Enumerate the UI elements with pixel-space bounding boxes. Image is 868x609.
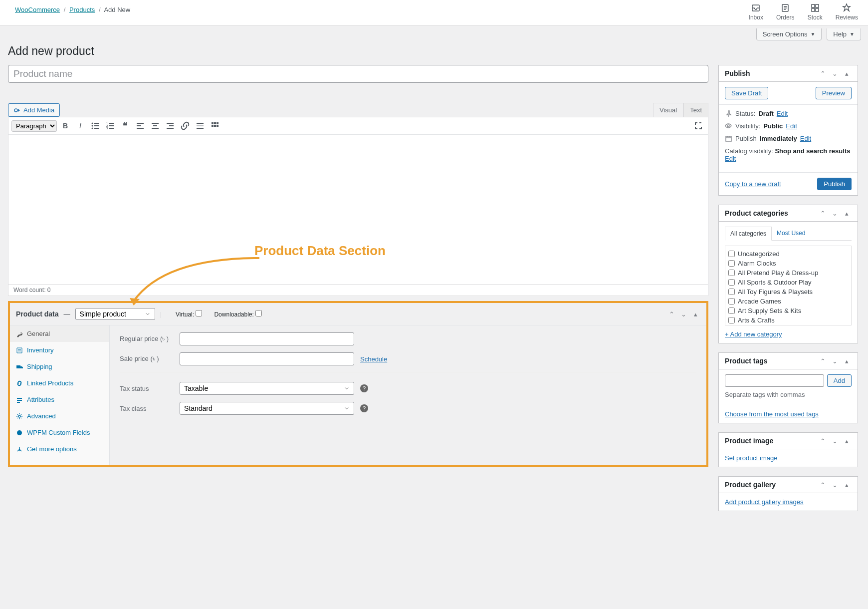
svg-rect-44 (726, 136, 731, 141)
edit-visibility-link[interactable]: Edit (786, 122, 797, 130)
all-categories-tab[interactable]: All categories (725, 227, 772, 241)
tab-attributes[interactable]: Attributes (10, 391, 109, 408)
add-gallery-link[interactable]: Add product gallery images (725, 498, 804, 506)
category-item[interactable]: Art Supply Sets & Kits (728, 306, 848, 315)
save-draft-button[interactable]: Save Draft (725, 87, 768, 99)
move-down-icon[interactable]: ⌄ (830, 210, 840, 217)
category-item[interactable]: Arcade Games (728, 297, 848, 306)
downloadable-checkbox[interactable] (255, 310, 262, 316)
move-up-icon[interactable]: ⌃ (818, 437, 828, 445)
move-up-icon[interactable]: ⌃ (818, 70, 828, 77)
help-icon[interactable]: ? (360, 384, 368, 392)
category-item[interactable]: Alarm Clocks (728, 259, 848, 268)
collapse-icon[interactable]: ▴ (842, 357, 852, 365)
edit-catalog-link[interactable]: Edit (725, 155, 736, 162)
move-down-icon[interactable]: ⌄ (830, 70, 840, 77)
fullscreen-button[interactable] (692, 119, 705, 132)
tab-linked[interactable]: Linked Products (10, 375, 109, 391)
virtual-checkbox[interactable] (196, 310, 202, 316)
category-list[interactable]: Uncategorized Alarm Clocks All Pretend P… (725, 246, 852, 325)
set-product-image-link[interactable]: Set product image (725, 454, 778, 462)
publish-button[interactable]: Publish (817, 178, 852, 190)
schedule-link[interactable]: Schedule (360, 355, 387, 363)
most-used-tab[interactable]: Most Used (772, 227, 810, 240)
svg-rect-12 (94, 128, 99, 129)
screen-options-button[interactable]: Screen Options▼ (756, 28, 822, 40)
tax-status-select[interactable]: Taxable (180, 382, 354, 395)
move-up-icon[interactable]: ⌃ (818, 357, 828, 365)
downloadable-checkbox-label[interactable]: Downloadable: (214, 310, 262, 318)
stock-button[interactable]: Stock (808, 3, 823, 21)
link-button[interactable] (179, 119, 192, 132)
orders-button[interactable]: Orders (776, 3, 795, 21)
breadcrumb-woocommerce[interactable]: WooCommerce (15, 6, 60, 13)
add-category-link[interactable]: + Add new category (725, 330, 782, 338)
toolbar-toggle-button[interactable] (209, 119, 221, 132)
sale-price-input[interactable] (180, 352, 354, 365)
align-right-button[interactable] (164, 119, 177, 132)
italic-button[interactable]: I (74, 119, 87, 132)
move-up-icon[interactable]: ⌃ (666, 310, 676, 318)
sale-price-label: Sale price (৳ ) (120, 355, 180, 363)
product-name-input[interactable] (8, 65, 708, 83)
editor-textarea[interactable] (8, 135, 708, 285)
regular-price-input[interactable] (180, 332, 354, 345)
collapse-icon[interactable]: ▴ (842, 210, 852, 217)
align-center-button[interactable] (149, 119, 162, 132)
add-tag-button[interactable]: Add (827, 374, 852, 387)
edit-status-link[interactable]: Edit (777, 110, 788, 117)
tab-inventory[interactable]: Inventory (10, 342, 109, 358)
move-down-icon[interactable]: ⌄ (678, 310, 688, 318)
reviews-button[interactable]: Reviews (836, 3, 858, 21)
preview-button[interactable]: Preview (816, 87, 852, 99)
reviews-icon (842, 3, 852, 13)
number-list-button[interactable]: 123 (104, 119, 117, 132)
move-down-icon[interactable]: ⌄ (830, 437, 840, 445)
inbox-button[interactable]: Inbox (749, 3, 763, 21)
choose-tags-link[interactable]: Choose from the most used tags (725, 410, 819, 418)
breadcrumb-products[interactable]: Products (69, 6, 95, 13)
edit-publish-link[interactable]: Edit (800, 135, 811, 142)
svg-rect-21 (137, 128, 144, 129)
move-up-icon[interactable]: ⌃ (818, 210, 828, 217)
category-item[interactable]: Uncategorized (728, 249, 848, 259)
callout-label: Product Data Section (254, 243, 386, 259)
move-down-icon[interactable]: ⌄ (830, 481, 840, 489)
tab-shipping[interactable]: Shipping (10, 358, 109, 375)
tab-general[interactable]: General (10, 325, 109, 342)
more-button[interactable] (194, 119, 207, 132)
copy-draft-link[interactable]: Copy to a new draft (725, 180, 781, 188)
collapse-icon[interactable]: ▴ (842, 437, 852, 445)
bold-button[interactable]: B (59, 119, 72, 132)
quote-button[interactable]: ❝ (119, 119, 132, 132)
svg-point-11 (92, 128, 93, 129)
svg-point-41 (18, 415, 20, 417)
collapse-icon[interactable]: ▴ (842, 70, 852, 77)
align-left-button[interactable] (134, 119, 147, 132)
tab-wpfm[interactable]: WPFM Custom Fields (10, 424, 109, 441)
bullet-list-button[interactable] (89, 119, 102, 132)
help-icon[interactable]: ? (360, 404, 368, 412)
tab-more-options[interactable]: Get more options (10, 441, 109, 457)
category-item[interactable]: All Sports & Outdoor Play (728, 278, 848, 287)
tab-advanced[interactable]: Advanced (10, 408, 109, 424)
tax-class-select[interactable]: Standard (180, 402, 354, 415)
category-item[interactable]: All Toy Figures & Playsets (728, 287, 848, 297)
product-type-select[interactable]: Simple product (75, 308, 155, 320)
collapse-icon[interactable]: ▴ (690, 310, 700, 318)
add-media-button[interactable]: Add Media (8, 103, 60, 117)
breadcrumb: WooCommerce / Products / Add New (15, 3, 130, 21)
tag-input[interactable] (725, 374, 824, 387)
tab-text[interactable]: Text (683, 103, 708, 117)
collapse-icon[interactable]: ▴ (842, 481, 852, 489)
svg-rect-32 (214, 122, 216, 124)
callout-arrow-icon (125, 248, 264, 308)
category-item[interactable]: All Pretend Play & Dress-up (728, 268, 848, 278)
category-item[interactable]: Arts & Crafts (728, 315, 848, 325)
tab-visual[interactable]: Visual (653, 103, 683, 117)
virtual-checkbox-label[interactable]: Virtual: (176, 310, 202, 318)
help-button[interactable]: Help▼ (827, 28, 861, 40)
paragraph-select[interactable]: Paragraph (11, 120, 57, 132)
move-up-icon[interactable]: ⌃ (818, 481, 828, 489)
move-down-icon[interactable]: ⌄ (830, 357, 840, 365)
